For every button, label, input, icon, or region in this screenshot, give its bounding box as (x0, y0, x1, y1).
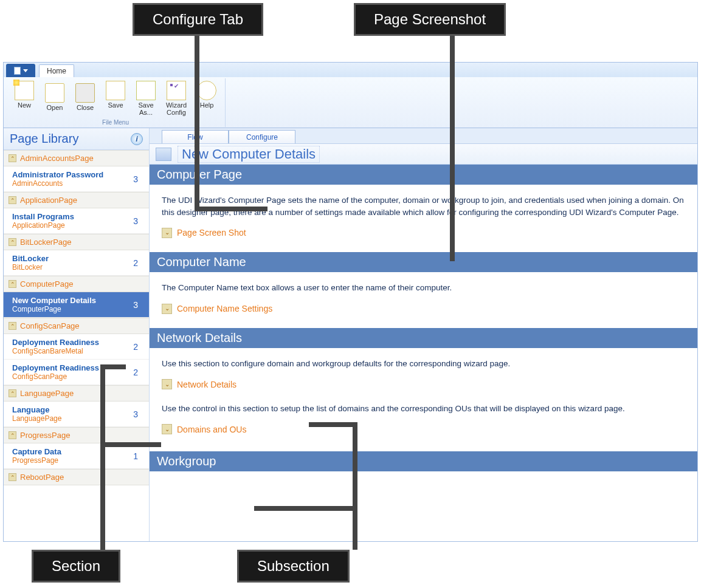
library-item-name: Deployment Readiness (12, 363, 99, 372)
library-item[interactable]: BitLockerBitLocker2 (4, 250, 149, 276)
section-computer-page: Computer Page (150, 165, 697, 185)
subsection-label: Computer Name Settings (177, 303, 272, 315)
library-item-sub: BitLocker (12, 263, 49, 272)
chevron-up-icon: ⌃ (9, 196, 16, 204)
section-body: The UDI Wizard's Computer Page sets the … (150, 185, 697, 252)
section-workgroup: Workgroup (150, 451, 697, 471)
library-item-name: Administrator Password (12, 170, 103, 179)
close-button[interactable]: Close (71, 80, 100, 117)
library-item-name: Capture Data (12, 447, 61, 456)
subsection-computer-name-settings[interactable]: ⌄ Computer Name Settings (162, 303, 685, 315)
save-as-label: Save As... (133, 101, 159, 116)
library-item[interactable]: LanguageLanguagePage3 (4, 402, 149, 427)
library-group-label: RebootPage (20, 473, 64, 482)
save-as-button[interactable]: Save As... (131, 80, 160, 117)
library-item-badge: 2 (133, 258, 143, 268)
library-item[interactable]: Administrator PasswordAdminAccounts3 (4, 166, 149, 192)
callout-section: Section (32, 550, 120, 583)
page-thumbnail-icon (156, 148, 171, 161)
chevron-up-icon: ⌃ (9, 473, 16, 481)
document-icon (14, 67, 21, 75)
library-item-badge: 3 (133, 300, 143, 310)
dropdown-triangle-icon (23, 69, 28, 72)
ribbon-tab-home[interactable]: Home (39, 64, 74, 77)
subsection-label: Page Screen Shot (177, 227, 246, 239)
titlebar: Home (4, 63, 697, 77)
chevron-down-icon: ⌄ (162, 379, 172, 389)
library-item[interactable]: New Computer DetailsComputerPage3 (4, 292, 149, 318)
library-item-badge: 3 (133, 409, 143, 419)
library-item[interactable]: Deployment ReadinessConfigScanBareMetal2 (4, 334, 149, 360)
ribbon: New Open Close Save Save As... (4, 77, 697, 128)
save-button[interactable]: Save (101, 80, 130, 117)
library-item-badge: 1 (133, 451, 143, 461)
library-item-badge: 3 (133, 174, 143, 184)
subsection-label: Network Details (177, 378, 236, 391)
library-item[interactable]: Deployment ReadinessConfigScanPage2 (4, 360, 149, 385)
sidebar-header: Page Library i (4, 128, 149, 150)
library-group-header[interactable]: ⌃RebootPage (4, 469, 149, 485)
library-group-header[interactable]: ⌃BitLockerPage (4, 234, 149, 250)
sidebar-body[interactable]: ⌃AdminAccountsPageAdministrator Password… (4, 150, 149, 541)
tab-configure[interactable]: Configure (229, 130, 295, 143)
library-item-sub: ComputerPage (12, 305, 96, 313)
open-button[interactable]: Open (40, 80, 69, 117)
library-group-header[interactable]: ⌃LanguagePage (4, 385, 149, 402)
callout-line (100, 442, 161, 447)
library-group-header[interactable]: ⌃ProgressPage (4, 427, 149, 443)
chevron-down-icon: ⌄ (162, 424, 172, 434)
subsection-domains-ous[interactable]: ⌄ Domains and OUs (162, 423, 685, 436)
library-group-label: ProgressPage (20, 431, 70, 440)
section-network-details: Network Details (150, 328, 697, 348)
library-group-header[interactable]: ⌃ApplicationPage (4, 192, 149, 208)
subsection-network-details[interactable]: ⌄ Network Details (162, 378, 685, 391)
library-group-header[interactable]: ⌃ConfigScanPage (4, 318, 149, 334)
library-item[interactable]: Install ProgramsApplicationPage3 (4, 208, 149, 234)
library-item-sub: LanguagePage (12, 414, 61, 423)
library-item-sub: ApplicationPage (12, 221, 74, 230)
section-desc: The Computer Name text box allows a user… (162, 282, 685, 294)
chevron-down-icon: ⌄ (162, 304, 172, 314)
library-item[interactable]: Capture DataProgressPage1 (4, 443, 149, 469)
chevron-up-icon: ⌃ (9, 280, 16, 288)
chevron-up-icon: ⌃ (9, 322, 16, 330)
folder-icon (75, 83, 95, 103)
chevron-down-icon: ⌄ (162, 228, 172, 238)
subsection-page-screenshot[interactable]: ⌄ Page Screen Shot (162, 227, 685, 239)
library-item-badge: 2 (133, 342, 143, 352)
library-group-label: AdminAccountsPage (20, 154, 94, 163)
library-item-sub: ProgressPage (12, 456, 61, 465)
library-group-label: BitLockerPage (20, 238, 72, 247)
library-group-header[interactable]: ⌃AdminAccountsPage (4, 150, 149, 166)
library-group-label: LanguagePage (20, 389, 74, 398)
callout-line (353, 422, 357, 550)
library-item-name: New Computer Details (12, 296, 96, 305)
sidebar: Page Library i ⌃AdminAccountsPageAdminis… (4, 128, 150, 541)
library-item-sub: AdminAccounts (12, 179, 103, 188)
wizard-icon (167, 81, 186, 100)
ribbon-group-label: File Menu (6, 119, 225, 126)
section-computer-name: Computer Name (150, 252, 697, 272)
folder-icon (45, 83, 64, 103)
wizard-config-button[interactable]: Wizard Config (162, 80, 191, 117)
section-desc: Use the control in this section to setup… (162, 403, 685, 415)
help-icon: ? (197, 81, 216, 100)
new-button[interactable]: New (10, 80, 39, 117)
subsection-label: Domains and OUs (177, 423, 246, 436)
app-body: Page Library i ⌃AdminAccountsPageAdminis… (4, 128, 697, 541)
wizard-config-label: Wizard Config (163, 101, 190, 116)
main: Flow Configure New Computer Details Comp… (150, 128, 697, 541)
library-item-sub: ConfigScanPage (12, 372, 99, 381)
new-label: New (18, 101, 31, 109)
app-window: Home New Open Close Save (3, 62, 698, 542)
callout-line (254, 506, 357, 511)
save-icon (136, 81, 156, 100)
library-group-header[interactable]: ⌃ComputerPage (4, 276, 149, 292)
app-menu-button[interactable] (6, 64, 35, 77)
new-file-icon (15, 81, 34, 100)
library-item-name: Install Programs (12, 212, 74, 221)
library-item-name: BitLocker (12, 254, 49, 263)
info-icon[interactable]: i (131, 133, 143, 145)
chevron-up-icon: ⌃ (9, 238, 16, 246)
content-scroll[interactable]: Computer Page The UDI Wizard's Computer … (150, 165, 697, 541)
